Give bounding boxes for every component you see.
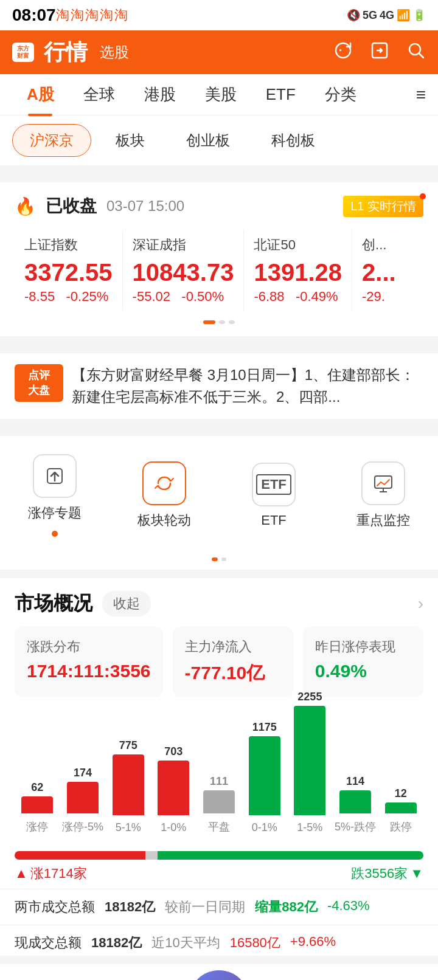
fall-count: 跌3556家: [351, 864, 408, 883]
progress-label-rise: ▲ 涨1714家: [15, 864, 87, 883]
bar-label-174: 174: [74, 767, 92, 779]
progress-gray-bar: [145, 851, 158, 860]
action-label-2: 板块轮动: [137, 511, 191, 530]
index-change-2: -55.02 -0.50%: [133, 289, 234, 305]
qa-dot-2: [221, 557, 226, 561]
market-cards: 涨跌分布 1714:111:3556 主力净流入 -777.10亿 昨日涨停表现…: [0, 617, 438, 706]
bar-name-5: 平盘: [208, 820, 230, 834]
bar-col-near-limit: 174 涨停-5%: [60, 767, 106, 834]
bar-rect-4: [158, 761, 189, 815]
card-title-1: 涨跌分布: [27, 638, 151, 656]
index-shenzhen[interactable]: 深证成指 10843.73 -55.02 -0.50%: [123, 230, 245, 311]
bar-rect-7: [294, 706, 325, 815]
card-title-3: 昨日涨停表现: [315, 638, 411, 656]
bar-rect-1: [21, 796, 53, 813]
tab-menu-icon[interactable]: ≡: [416, 85, 426, 105]
section-arrow-icon: ›: [418, 594, 423, 613]
taobao-icons: 淘淘淘淘淘: [56, 6, 129, 24]
action-limit-up[interactable]: 涨停专题: [0, 448, 109, 543]
stats-shrink: 缩量882亿: [255, 898, 318, 916]
action-label-3: ETF: [261, 512, 287, 528]
index-change-3: -6.88 -0.49%: [254, 289, 342, 305]
action-sector-rotation[interactable]: 板块轮动: [109, 455, 219, 536]
market-time: 03-07 15:00: [106, 198, 184, 215]
bar-rect-9: [385, 802, 417, 813]
stats-label-2: 现成交总额: [15, 934, 82, 952]
index-value-2: 10843.73: [133, 259, 234, 286]
bar-label-775: 775: [119, 739, 137, 752]
index-change-1: -8.55 -0.25%: [24, 289, 113, 305]
qa-dot-active: [212, 557, 218, 561]
sub-tab-star[interactable]: 科创板: [254, 125, 332, 156]
svg-rect-6: [375, 476, 392, 488]
status-network-icons: 🔇 5G 4G 📶 🔋: [347, 9, 426, 22]
index-name-3: 北证50: [254, 236, 342, 254]
market-overview-header: 市场概况 收起 ›: [0, 578, 438, 617]
tab-category[interactable]: 分类: [310, 73, 371, 116]
news-banner[interactable]: 点评 大盘 【东方财富财经早餐 3月10日周一】1、住建部部长：新建住宅层高标准…: [0, 353, 438, 419]
collapse-button[interactable]: 收起: [102, 591, 151, 616]
bar-label-12: 12: [395, 787, 407, 800]
card-value-1: 1714:111:3556: [27, 661, 151, 682]
header-subtitle: 选股: [100, 43, 129, 62]
quick-action-dots: [0, 555, 438, 570]
bar-label-114: 114: [346, 775, 364, 788]
bar-label-111: 111: [210, 775, 228, 788]
stats-row: 两市成交总额 18182亿 较前一日同期 缩量882亿 -4.63%: [0, 889, 438, 925]
stats-label-total: 两市成交总额: [15, 898, 95, 916]
bar-col-0to1: 1175 0-1%: [242, 721, 287, 834]
bar-rect-5: [203, 790, 235, 813]
action-dot-1: [52, 531, 58, 537]
svg-rect-1: [339, 49, 341, 51]
tab-us-stock[interactable]: 美股: [190, 73, 251, 116]
index-bei50[interactable]: 北证50 1391.28 -6.88 -0.49%: [244, 230, 352, 311]
quick-actions: 涨停专题 板块轮动 ETF ETF 重点监控: [0, 436, 438, 555]
share-icon[interactable]: [370, 41, 389, 64]
tab-hk-stock[interactable]: 港股: [130, 73, 190, 116]
index-name-2: 深证成指: [133, 236, 234, 254]
bar-name-3: 5-1%: [116, 821, 141, 834]
bar-col-limit-up: 62 涨停: [15, 781, 60, 834]
index-value-1: 3372.55: [24, 259, 113, 286]
refresh-icon[interactable]: [333, 41, 353, 64]
header-icons: [333, 41, 426, 64]
bar-col-1to5: 2255 1-5%: [287, 691, 333, 834]
sub-tab-chinext[interactable]: 创业板: [169, 125, 247, 156]
search-icon[interactable]: [406, 41, 426, 64]
progress-label-fall: 跌3556家 ▼: [351, 864, 423, 883]
tab-a-stock[interactable]: A股: [12, 73, 69, 116]
card-main-flow[interactable]: 主力净流入 -777.10亿: [173, 627, 293, 697]
stats-value-total: 18182亿: [105, 898, 155, 916]
action-etf[interactable]: ETF ETF: [219, 457, 328, 534]
sub-tab-hushen[interactable]: 沪深京: [12, 124, 91, 157]
status-time: 08:07: [12, 5, 56, 25]
page-title: 行情: [44, 38, 88, 67]
bar-name-2: 涨停-5%: [62, 820, 103, 834]
app-header: 东方 财富 行情 选股: [0, 30, 438, 74]
progress-red-bar: [15, 851, 145, 860]
card-value-2: -777.10亿: [185, 661, 281, 686]
bar-name-4: 1-0%: [161, 821, 186, 834]
realtime-badge[interactable]: L1 实时行情: [343, 196, 423, 217]
stats-compare-2: 近10天平均: [151, 934, 220, 952]
market-closed-label: 已收盘: [46, 195, 97, 218]
sub-tab-bar: 沪深京 板块 创业板 科创板: [0, 116, 438, 165]
card-value-3: 0.49%: [315, 661, 411, 682]
tab-global[interactable]: 全球: [69, 73, 130, 116]
card-rise-fall[interactable]: 涨跌分布 1714:111:3556: [15, 627, 163, 697]
rise-fall-progress: [15, 851, 423, 860]
card-yesterday-limit[interactable]: 昨日涨停表现 0.49%: [303, 627, 423, 697]
sub-tab-sector[interactable]: 板块: [99, 125, 162, 156]
bar-col-5tostop: 114 5%-跌停: [333, 775, 378, 834]
ai-button[interactable]: Ai: [189, 970, 249, 980]
svg-point-0: [336, 43, 350, 58]
status-bar: 08:07 淘淘淘淘淘 🔇 5G 4G 📶 🔋: [0, 0, 438, 30]
action-key-monitor[interactable]: 重点监控: [328, 455, 438, 536]
tab-etf[interactable]: ETF: [251, 74, 310, 115]
monitor-icon: [361, 461, 405, 505]
index-name-4: 创...: [362, 236, 414, 254]
index-shangzheng[interactable]: 上证指数 3372.55 -8.55 -0.25%: [15, 230, 123, 311]
bar-rect-3: [113, 754, 144, 815]
index-chuangye[interactable]: 创... 2... -29.: [352, 230, 423, 311]
progress-section: ▲ 涨1714家 跌3556家 ▼: [0, 851, 438, 889]
